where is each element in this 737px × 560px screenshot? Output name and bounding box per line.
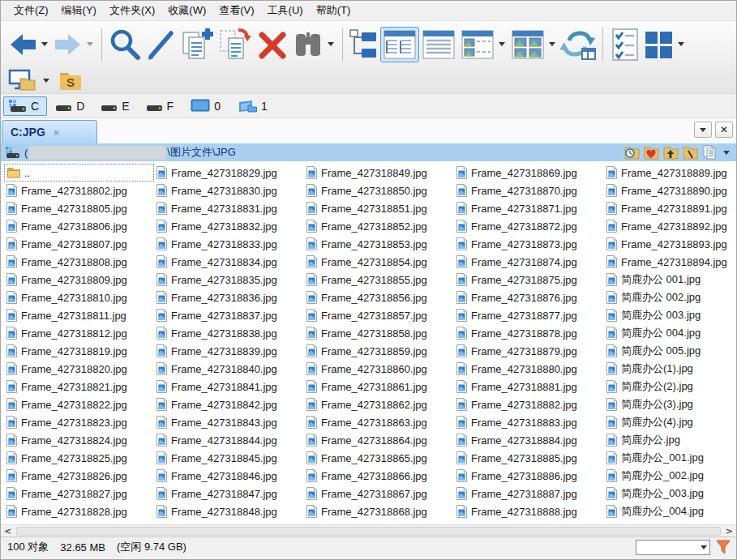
folder-up-icon[interactable]	[663, 146, 679, 160]
file-item[interactable]: Frame_427318847.jpg	[154, 485, 304, 502]
file-item[interactable]: 简鹿办公(1).jpg	[604, 360, 736, 378]
file-item[interactable]: Frame_427318824.jpg	[4, 431, 154, 449]
file-item[interactable]: Frame_427318873.jpg	[454, 235, 604, 253]
file-item[interactable]: Frame_427318876.jpg	[454, 289, 604, 306]
scrollbar-thumb[interactable]	[16, 527, 721, 536]
filter-funnel-icon[interactable]	[715, 539, 731, 555]
quad-panels-button[interactable]	[642, 27, 676, 62]
menu-folder[interactable]: 文件夹(X)	[103, 1, 161, 20]
file-item[interactable]: Frame_427318877.jpg	[454, 306, 604, 324]
menu-edit[interactable]: 编辑(Y)	[55, 1, 103, 20]
desktop-folder-button[interactable]	[7, 67, 36, 93]
file-item[interactable]: Frame_427318886.jpg	[454, 467, 604, 485]
scroll-left-arrow[interactable]: <	[4, 526, 11, 536]
file-item[interactable]: Frame_427318870.jpg	[454, 182, 604, 199]
menu-tools[interactable]: 工具(U)	[261, 1, 310, 20]
file-item[interactable]: Frame_427318874.jpg	[454, 253, 604, 271]
file-item[interactable]: 简鹿办公_002.jpg	[604, 467, 736, 485]
copy-path-icon[interactable]	[702, 145, 718, 160]
file-item[interactable]: Frame_427318844.jpg	[154, 431, 304, 449]
file-item[interactable]: Frame_427318890.jpg	[604, 182, 736, 199]
drive-button-f[interactable]: F	[141, 96, 182, 116]
file-item[interactable]: 简鹿办公_003.jpg	[604, 485, 736, 502]
file-item[interactable]: Frame_427318856.jpg	[304, 289, 454, 306]
file-item[interactable]: Frame_427318805.jpg	[4, 199, 154, 217]
file-item[interactable]: Frame_427318862.jpg	[304, 395, 454, 413]
file-item[interactable]: 简鹿办公(3).jpg	[604, 395, 736, 413]
file-item[interactable]: Frame_427318893.jpg	[604, 235, 736, 253]
file-item[interactable]: Frame_427318820.jpg	[4, 360, 154, 378]
folder-favorites-icon[interactable]	[644, 146, 659, 160]
parent-folder-item[interactable]: ..	[4, 164, 154, 182]
address-dropdown-caret[interactable]	[723, 151, 730, 155]
tiles-view-button[interactable]	[458, 27, 497, 62]
file-item[interactable]: Frame_427318885.jpg	[454, 449, 604, 467]
find-dropdown-caret[interactable]	[328, 42, 334, 46]
file-item[interactable]: Frame_427318846.jpg	[154, 467, 304, 485]
file-item[interactable]: Frame_427318807.jpg	[4, 235, 154, 253]
forward-dropdown-caret[interactable]	[87, 42, 93, 46]
horizontal-scrollbar[interactable]: < >	[1, 524, 736, 536]
file-item[interactable]: Frame_427318880.jpg	[454, 360, 604, 378]
folder-history-icon[interactable]	[624, 146, 640, 160]
file-item[interactable]: Frame_427318872.jpg	[454, 217, 604, 235]
thumbnails-view-dropdown-caret[interactable]	[549, 42, 555, 46]
file-item[interactable]: Frame_427318855.jpg	[304, 271, 454, 289]
file-item[interactable]: Frame_427318849.jpg	[304, 164, 454, 182]
file-item[interactable]: Frame_427318850.jpg	[304, 182, 454, 199]
file-item[interactable]: Frame_427318879.jpg	[454, 342, 604, 360]
file-item[interactable]: Frame_427318821.jpg	[4, 378, 154, 395]
file-item[interactable]: Frame_427318889.jpg	[604, 164, 736, 182]
file-item[interactable]: Frame_427318882.jpg	[454, 395, 604, 413]
file-item[interactable]: Frame_427318848.jpg	[154, 502, 304, 520]
drive-button-d[interactable]: D	[50, 96, 92, 116]
file-item[interactable]: Frame_427318839.jpg	[154, 342, 304, 360]
file-item[interactable]: Frame_427318837.jpg	[154, 306, 304, 324]
file-item[interactable]: 简鹿办公 003.jpg	[604, 306, 736, 324]
tree-view-button[interactable]	[348, 27, 380, 62]
menu-view[interactable]: 查看(V)	[212, 1, 260, 20]
scroll-right-arrow[interactable]: >	[726, 526, 733, 536]
drive-button-c[interactable]: C	[3, 96, 47, 116]
file-item[interactable]: Frame_427318836.jpg	[154, 289, 304, 306]
file-item[interactable]: Frame_427318865.jpg	[304, 449, 454, 467]
file-item[interactable]: Frame_427318811.jpg	[4, 306, 154, 324]
file-item[interactable]: Frame_427318857.jpg	[304, 306, 454, 324]
tab-c-jpg[interactable]: C:JPG ×	[2, 120, 97, 143]
file-item[interactable]: 简鹿办公 001.jpg	[604, 271, 736, 289]
tab-close-button[interactable]: ✕	[715, 122, 733, 138]
file-item[interactable]: Frame_427318830.jpg	[154, 182, 304, 199]
file-item[interactable]: Frame_427318871.jpg	[454, 199, 604, 217]
search-button[interactable]	[107, 26, 143, 63]
file-item[interactable]: Frame_427318829.jpg	[154, 164, 304, 182]
address-bar[interactable]: ( \图片文件\JPG	[1, 143, 736, 161]
file-item[interactable]: Frame_427318875.jpg	[454, 271, 604, 289]
file-item[interactable]: Frame_427318810.jpg	[4, 289, 154, 306]
refresh-button[interactable]	[559, 26, 598, 63]
file-item[interactable]: 简鹿办公 004.jpg	[604, 324, 736, 342]
file-item[interactable]: Frame_427318833.jpg	[154, 235, 304, 253]
file-item[interactable]: Frame_427318851.jpg	[304, 199, 454, 217]
file-item[interactable]: Frame_427318843.jpg	[154, 413, 304, 431]
forward-button[interactable]	[51, 27, 85, 62]
drive-button-1[interactable]: 1	[232, 96, 276, 117]
file-item[interactable]: Frame_427318866.jpg	[304, 467, 454, 485]
file-item[interactable]: Frame_427318841.jpg	[154, 378, 304, 395]
file-item[interactable]: Frame_427318853.jpg	[304, 235, 454, 253]
file-item[interactable]: Frame_427318808.jpg	[4, 253, 154, 271]
quad-panels-dropdown-caret[interactable]	[678, 42, 684, 46]
file-item[interactable]: 简鹿办公_004.jpg	[604, 502, 736, 520]
file-item[interactable]: Frame_427318859.jpg	[304, 342, 454, 360]
drive-button-0[interactable]: 0	[185, 96, 229, 116]
file-item[interactable]: Frame_427318809.jpg	[4, 271, 154, 289]
file-item[interactable]: Frame_427318828.jpg	[4, 502, 154, 520]
file-item[interactable]: Frame_427318845.jpg	[154, 449, 304, 467]
file-item[interactable]: Frame_427318852.jpg	[304, 217, 454, 235]
file-item[interactable]: Frame_427318864.jpg	[304, 431, 454, 449]
drive-button-e[interactable]: E	[96, 96, 137, 116]
edit-button[interactable]	[143, 26, 177, 63]
file-item[interactable]: Frame_427318822.jpg	[4, 395, 154, 413]
file-item[interactable]: Frame_427318887.jpg	[454, 485, 604, 502]
file-item[interactable]: 简鹿办公.jpg	[604, 431, 736, 449]
paste-button[interactable]	[216, 25, 255, 64]
